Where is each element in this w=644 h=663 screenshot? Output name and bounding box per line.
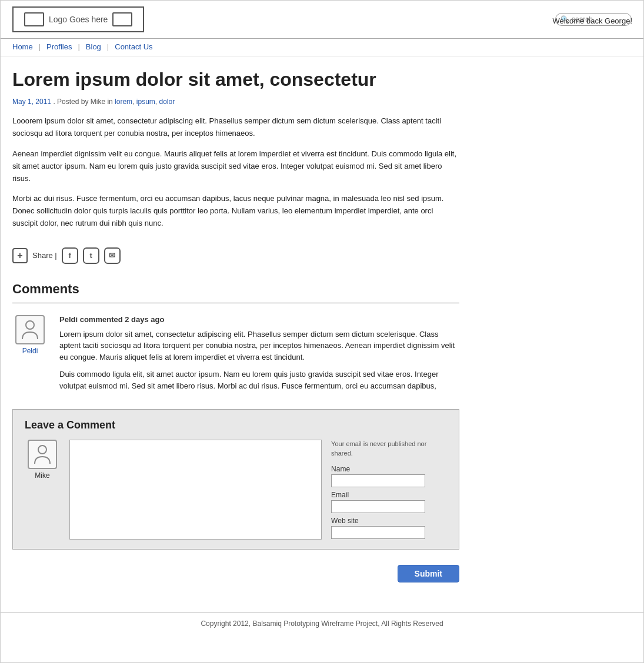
- commenter-name-link[interactable]: Peldi: [22, 347, 38, 355]
- nav-item-home[interactable]: Home: [12, 42, 39, 51]
- comment-text-1: Lorem ipsum dolor sit amet, consectetur …: [59, 329, 459, 363]
- comment-textarea[interactable]: [69, 440, 322, 540]
- share-bar: + Share | f t ✉: [12, 247, 459, 264]
- form-fields: Your email is never published nor shared…: [331, 440, 447, 539]
- post-paragraph-1: Looorem ipsum dolor sit amet, consectetu…: [12, 115, 459, 140]
- svg-point-1: [38, 446, 46, 454]
- comments-title: Comments: [12, 282, 459, 297]
- website-label: Web site: [331, 517, 447, 525]
- comment-form-row: Mike Your email is never published nor s…: [25, 440, 447, 540]
- footer-text: Copyright 2012, Balsamiq Prototyping Wir…: [201, 620, 443, 628]
- logo-box: Logo Goes here: [12, 6, 144, 32]
- tag-dolor[interactable]: dolor: [159, 98, 175, 106]
- share-facebook-button[interactable]: f: [62, 247, 78, 264]
- form-avatar-icon: [28, 440, 57, 469]
- nav-item-blog[interactable]: Blog: [80, 42, 107, 51]
- logo-text: Logo Goes here: [49, 15, 108, 24]
- share-twitter-button[interactable]: t: [83, 247, 99, 264]
- email-input[interactable]: [331, 500, 425, 513]
- facebook-icon: f: [69, 251, 71, 260]
- comment-row: Peldi Peldi commented 2 days ago Lorem i…: [12, 315, 459, 398]
- website-field-group: Web site: [331, 517, 447, 539]
- name-input[interactable]: [331, 474, 425, 487]
- email-icon: ✉: [109, 251, 115, 260]
- comment-avatar: Peldi: [12, 315, 48, 398]
- submit-row: Submit: [12, 559, 459, 588]
- user-avatar-svg: [21, 319, 39, 340]
- website-input[interactable]: [331, 526, 425, 539]
- twitter-icon: t: [90, 251, 92, 260]
- nav-item-profiles[interactable]: Profiles: [41, 42, 78, 51]
- svg-point-0: [26, 321, 34, 329]
- post-meta-text: . Posted by Mike in: [53, 98, 115, 106]
- comments-divider: [12, 303, 459, 303]
- share-plus-icon[interactable]: +: [12, 248, 28, 263]
- email-label: Email: [331, 491, 447, 499]
- share-label: Share |: [32, 251, 57, 260]
- post-paragraph-3: Morbi ac dui risus. Fusce fermentum, orc…: [12, 193, 459, 229]
- post-body: Looorem ipsum dolor sit amet, consectetu…: [12, 115, 459, 229]
- name-field-group: Name: [331, 465, 447, 487]
- main-content: Lorem ipsum dolor sit amet, consectetur …: [1, 56, 477, 600]
- header: Logo Goes here Welcome back George! 🔍: [1, 1, 643, 39]
- navigation: Home | Profiles | Blog | Contact Us: [1, 39, 643, 56]
- tag-ipsum[interactable]: ipsum: [136, 98, 155, 106]
- comments-section: Comments Peldi Peldi commented 2 days ag…: [12, 282, 459, 589]
- post-title: Lorem ipsum dolor sit amet, consectetur: [12, 68, 459, 91]
- footer: Copyright 2012, Balsamiq Prototyping Wir…: [1, 612, 643, 635]
- post-meta: May 1, 2011 . Posted by Mike in lorem, i…: [12, 98, 459, 106]
- header-right: Welcome back George! 🔍: [555, 13, 632, 26]
- name-label: Name: [331, 465, 447, 473]
- comment-header: Peldi commented 2 days ago: [59, 315, 459, 324]
- logo-area: Logo Goes here: [12, 6, 144, 32]
- tag-lorem[interactable]: lorem: [115, 98, 132, 106]
- post-paragraph-2: Aenean imperdiet dignissim velit eu cong…: [12, 148, 459, 185]
- leave-comment-title: Leave a Comment: [25, 419, 447, 431]
- welcome-message: Welcome back George!: [552, 16, 632, 25]
- comment-content: Peldi commented 2 days ago Lorem ipsum d…: [59, 315, 459, 398]
- email-field-group: Email: [331, 491, 447, 513]
- avatar-icon: [15, 315, 45, 344]
- submit-button[interactable]: Submit: [398, 565, 459, 582]
- post-date-link[interactable]: May 1, 2011: [12, 98, 51, 106]
- form-user-svg: [34, 444, 51, 465]
- comma1: ,: [132, 98, 136, 106]
- form-avatar: Mike: [25, 440, 60, 480]
- email-note: Your email is never published nor shared…: [331, 440, 447, 458]
- nav-item-contact[interactable]: Contact Us: [109, 42, 158, 51]
- comment-text-2: Duis commodo ligula elit, sit amet aucto…: [59, 369, 459, 391]
- form-avatar-label: Mike: [35, 471, 49, 480]
- share-email-button[interactable]: ✉: [104, 247, 121, 264]
- leave-comment-box: Leave a Comment Mike Your email i: [12, 409, 459, 550]
